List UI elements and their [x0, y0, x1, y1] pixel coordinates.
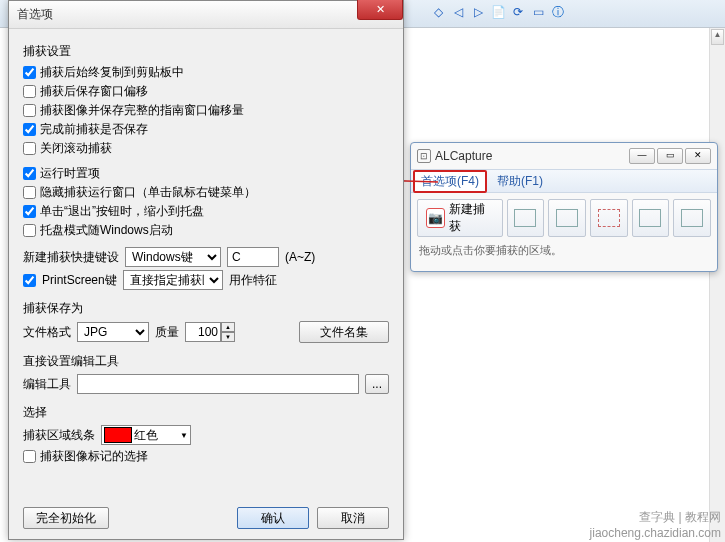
quality-label: 质量	[155, 324, 179, 341]
section-runtime: 运行时置项	[40, 165, 100, 182]
hotkey-modifier-select[interactable]: Windows键	[125, 247, 221, 267]
chk-autostart[interactable]	[23, 224, 36, 237]
chk-confirm-save[interactable]	[23, 123, 36, 136]
capture-mode-4[interactable]	[632, 199, 670, 237]
camera-icon: 📷	[426, 208, 445, 228]
format-label: 文件格式	[23, 324, 71, 341]
chk-label: 关闭滚动捕获	[40, 140, 112, 157]
rect-dashed-icon	[598, 209, 620, 227]
color-picker[interactable]: 红色 ▼	[101, 425, 191, 445]
nav-diamond-icon[interactable]: ◇	[430, 4, 446, 20]
hotkey-range: (A~Z)	[285, 250, 315, 264]
dialog-title: 首选项	[17, 6, 53, 23]
chk-label: 托盘模式随Windows启动	[40, 222, 173, 239]
chk-printscreen[interactable]	[23, 274, 36, 287]
close-button[interactable]: ✕	[357, 0, 403, 20]
quality-up[interactable]: ▲	[221, 322, 235, 332]
chk-disable-scroll[interactable]	[23, 142, 36, 155]
capture-mode-3[interactable]	[590, 199, 628, 237]
rect-icon	[514, 209, 536, 227]
nav-refresh-icon[interactable]: ⟳	[510, 4, 526, 20]
printscreen-mode-select[interactable]: 直接指定捕获区	[123, 270, 223, 290]
chk-mark-selection[interactable]	[23, 450, 36, 463]
section-save-as: 捕获保存为	[23, 300, 389, 317]
tab-preferences[interactable]: 首选项(F4)	[413, 170, 487, 193]
rect-icon	[556, 209, 578, 227]
filename-set-button[interactable]: 文件名集	[299, 321, 389, 343]
rect-icon	[639, 209, 661, 227]
minimize-button[interactable]: —	[629, 148, 655, 164]
chk-label: 完成前捕获是否保存	[40, 121, 148, 138]
chk-label: 隐藏捕获运行窗口（单击鼠标右键菜单）	[40, 184, 256, 201]
chk-label: 捕获后始终复制到剪贴板中	[40, 64, 184, 81]
cancel-button[interactable]: 取消	[317, 507, 389, 529]
selection-line-label: 捕获区域线条	[23, 427, 95, 444]
alcapture-window: ⊡ ALCapture — ▭ ✕ 首选项(F4) 帮助(F1) 📷 新建捕获 …	[410, 142, 718, 272]
scroll-up-icon[interactable]: ▲	[711, 29, 724, 45]
printscreen-suffix: 用作特征	[229, 272, 277, 289]
quality-down[interactable]: ▼	[221, 332, 235, 342]
nav-window-icon[interactable]: ▭	[530, 4, 546, 20]
quality-input[interactable]	[185, 322, 221, 342]
dialog-titlebar[interactable]: 首选项 ✕	[9, 1, 403, 29]
section-editor: 直接设置编辑工具	[23, 353, 389, 370]
nav-fwd-icon[interactable]: ▷	[470, 4, 486, 20]
color-swatch-icon	[104, 427, 132, 443]
chk-label: 捕获图像并保存完整的指南窗口偏移量	[40, 102, 244, 119]
chk-hide-window[interactable]	[23, 186, 36, 199]
capture-mode-1[interactable]	[507, 199, 545, 237]
capture-mode-5[interactable]	[673, 199, 711, 237]
chk-label: 单击“退出”按钮时，缩小到托盘	[40, 203, 204, 220]
appwin-close-button[interactable]: ✕	[685, 148, 711, 164]
chevron-down-icon: ▼	[180, 431, 188, 440]
chk-copy-clipboard[interactable]	[23, 66, 36, 79]
nav-doc-icon[interactable]: 📄	[490, 4, 506, 20]
watermark-line2: jiaocheng.chazidian.com	[590, 526, 721, 540]
new-capture-button[interactable]: 📷 新建捕获	[417, 199, 503, 237]
new-capture-label: 新建捕获	[449, 201, 494, 235]
capture-mode-2[interactable]	[548, 199, 586, 237]
chk-runtime-heading[interactable]	[23, 167, 36, 180]
editor-path-input[interactable]	[77, 374, 359, 394]
preferences-dialog: 首选项 ✕ 捕获设置 捕获后始终复制到剪贴板中 捕获后保存窗口偏移 捕获图像并保…	[8, 0, 404, 540]
color-name: 红色	[134, 427, 158, 444]
browse-button[interactable]: ...	[365, 374, 389, 394]
chk-label: 捕获图像标记的选择	[40, 448, 148, 465]
hotkey-label: 新建捕获快捷键设	[23, 249, 119, 266]
reset-button[interactable]: 完全初始化	[23, 507, 109, 529]
editor-row-label: 编辑工具	[23, 376, 71, 393]
alcapture-title: ALCapture	[435, 149, 627, 163]
alcapture-titlebar[interactable]: ⊡ ALCapture — ▭ ✕	[411, 143, 717, 169]
chk-label: 捕获后保存窗口偏移	[40, 83, 148, 100]
chk-minimize-tray[interactable]	[23, 205, 36, 218]
chk-save-guide-offset[interactable]	[23, 104, 36, 117]
app-icon: ⊡	[417, 149, 431, 163]
nav-back-icon[interactable]: ◁	[450, 4, 466, 20]
chk-save-offset[interactable]	[23, 85, 36, 98]
watermark: 查字典 | 教程网 jiaocheng.chazidian.com	[590, 509, 721, 540]
background-scrollbar[interactable]: ▲	[709, 28, 725, 542]
section-capture-settings: 捕获设置	[23, 43, 389, 60]
ok-button[interactable]: 确认	[237, 507, 309, 529]
watermark-line1: 查字典 | 教程网	[590, 509, 721, 526]
maximize-button[interactable]: ▭	[657, 148, 683, 164]
section-selection: 选择	[23, 404, 389, 421]
format-select[interactable]: JPG	[77, 322, 149, 342]
tab-help[interactable]: 帮助(F1)	[489, 170, 551, 193]
alcapture-tabbar: 首选项(F4) 帮助(F1)	[411, 169, 717, 193]
hotkey-char-input[interactable]	[227, 247, 279, 267]
printscreen-label: PrintScreen键	[42, 272, 117, 289]
nav-info-icon[interactable]: ⓘ	[550, 4, 566, 20]
capture-hint: 拖动或点击你要捕获的区域。	[411, 243, 717, 264]
rect-icon	[681, 209, 703, 227]
